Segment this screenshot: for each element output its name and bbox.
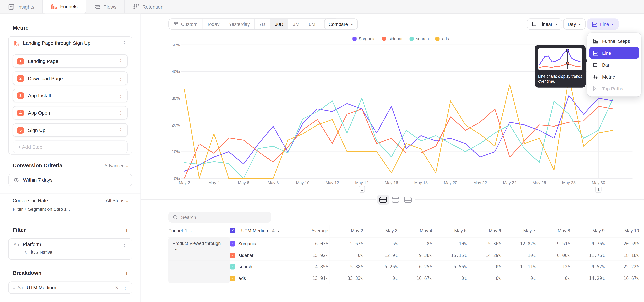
table-search-input[interactable]: Search <box>168 212 271 223</box>
breakdown-kebab-icon[interactable]: ⋮ <box>123 285 128 290</box>
tab-label: Retention <box>142 4 163 10</box>
legend-item[interactable]: $organic <box>352 36 376 41</box>
column-header[interactable]: May 7 <box>502 228 536 233</box>
add-filter-icon[interactable]: + <box>125 226 128 234</box>
series-checkbox[interactable]: ✓ <box>230 264 235 269</box>
scale-button[interactable]: Linear⌄ <box>527 18 562 30</box>
date-range-segmented-control: Custom Today Yesterday 7D 30D 3M 6M 12M <box>168 18 339 30</box>
column-header[interactable]: May 8 <box>536 228 571 233</box>
all-steps-dropdown[interactable]: All Steps ⌄ <box>106 198 128 203</box>
table-cell: 0% <box>433 276 468 280</box>
search-icon <box>172 214 178 220</box>
menu-item-label: Funnel Steps <box>602 38 630 43</box>
series-checkbox[interactable]: ✓ <box>230 276 235 281</box>
filter-kebab-icon[interactable]: ⋮ <box>122 242 127 247</box>
conversion-window-value: Within 7 days <box>23 177 52 183</box>
table-cell: 9.52% <box>571 264 606 269</box>
column-header[interactable]: May 4 <box>398 228 433 233</box>
series-checkbox[interactable]: ✓ <box>230 252 235 258</box>
drag-handle-icon[interactable]: ≡ <box>13 286 15 290</box>
range-3m[interactable]: 3M <box>288 19 304 29</box>
x-tick-label: May 4 <box>208 180 220 185</box>
menu-item-metric[interactable]: Metric <box>589 71 639 82</box>
series-checkbox[interactable]: ✓ <box>230 241 235 246</box>
step-kebab-icon[interactable]: ⋮ <box>118 128 123 132</box>
add-step-button[interactable]: + Add Step <box>13 140 128 153</box>
range-30d[interactable]: 30D <box>270 19 288 29</box>
funnel-column-header[interactable]: Funnel <box>168 228 183 233</box>
interval-button[interactable]: Day⌄ <box>563 18 586 30</box>
annotation-badge[interactable]: 1 <box>595 186 602 193</box>
funnel-kebab-icon[interactable]: ⋮ <box>122 40 127 46</box>
range-6m[interactable]: 6M <box>304 19 320 29</box>
legend-swatch <box>352 36 356 40</box>
column-header[interactable]: May 9 <box>571 228 606 233</box>
step-kebab-icon[interactable]: ⋮ <box>118 58 123 64</box>
table-cell: 18.18% <box>606 253 640 258</box>
layout-top-icon[interactable] <box>390 195 402 205</box>
column-header[interactable]: Average <box>294 225 330 236</box>
menu-item-bar[interactable]: Bar <box>589 59 639 71</box>
filter-value[interactable]: iOS Native <box>31 250 52 255</box>
column-header[interactable]: May 10 <box>606 228 640 233</box>
x-tick-label: May 12 <box>326 180 339 185</box>
breakdown-column-header[interactable]: UTM Medium <box>241 228 270 233</box>
range-today[interactable]: Today <box>202 19 224 29</box>
step-label: App Install <box>28 92 118 98</box>
add-breakdown-icon[interactable]: + <box>125 270 128 277</box>
compare-button[interactable]: Compare⌄ <box>324 18 358 30</box>
chart-type-menu: Funnel StepsLineBarMetricTop Paths <box>587 33 641 97</box>
x-tick-label: May 10 <box>296 180 310 185</box>
table-cell: 8% <box>398 241 433 246</box>
funnel-step-item[interactable]: 2Download Page⋮ <box>13 72 128 85</box>
remove-breakdown-icon[interactable]: ✕ <box>115 285 119 290</box>
chart-type-button[interactable]: Line⌄ <box>587 18 619 30</box>
column-header[interactable]: May 5 <box>433 228 468 233</box>
chevron-down-icon: ⌄ <box>277 229 280 232</box>
range-yesterday[interactable]: Yesterday <box>224 19 255 29</box>
filter-card[interactable]: Aa Platform ⋮ Is iOS Native <box>8 238 132 260</box>
breakdown-checkbox[interactable]: ✓ <box>230 228 235 233</box>
column-header[interactable]: May 2 <box>330 228 364 233</box>
layout-split-icon[interactable] <box>377 195 389 205</box>
step-kebab-icon[interactable]: ⋮ <box>118 76 123 81</box>
property-type-icon: Aa <box>18 285 23 290</box>
funnel-step-item[interactable]: 1Landing Page⋮ <box>13 54 128 68</box>
tab-insights[interactable]: Insights <box>0 0 43 14</box>
conversion-window-card[interactable]: Within 7 days <box>8 174 132 186</box>
conversion-rate-label: Conversion Rate <box>13 198 48 203</box>
range-custom[interactable]: Custom <box>169 19 202 29</box>
metric-heading: Metric <box>13 25 28 31</box>
funnel-step-item[interactable]: 4App Open⋮ <box>13 106 128 120</box>
tab-retention[interactable]: Retention <box>125 0 172 14</box>
menu-item-funnel-steps[interactable]: Funnel Steps <box>589 35 639 47</box>
step-kebab-icon[interactable]: ⋮ <box>118 110 123 115</box>
funnel-step-item[interactable]: 5Sign Up⋮ <box>13 123 128 137</box>
layout-bottom-icon[interactable] <box>402 195 414 205</box>
table-header-row: Funnel 1 ⌄ ✓ UTM Medium 4 ⌄ Average May … <box>168 225 640 236</box>
breakdown-card[interactable]: ≡ Aa UTM Medium ✕ ⋮ <box>8 282 132 294</box>
legend-item[interactable]: sidebar <box>382 36 403 41</box>
column-header[interactable]: May 6 <box>468 228 502 233</box>
annotation-badge[interactable]: 1 <box>359 186 365 193</box>
funnels-icon <box>51 4 57 10</box>
table-cell: 0% <box>536 276 571 280</box>
funnel-step-item[interactable]: 3App Install⋮ <box>13 89 128 102</box>
menu-item-line[interactable]: Line <box>589 47 639 59</box>
legend-item[interactable]: search <box>410 36 429 41</box>
menu-item-label: Line <box>602 50 611 55</box>
advanced-dropdown[interactable]: Advanced ⌄ <box>104 163 129 168</box>
x-tick-label: May 22 <box>474 180 487 185</box>
tab-flows[interactable]: Flows <box>86 0 125 14</box>
filter-segment-dropdown[interactable]: Filter + Segment on Step 1 ⌄ <box>13 207 70 212</box>
column-header[interactable]: May 3 <box>364 228 398 233</box>
filter-operator[interactable]: Is <box>24 250 27 255</box>
legend-item[interactable]: ads <box>436 36 449 41</box>
legend-label: ads <box>442 36 449 41</box>
table-cell: 0% <box>364 276 398 280</box>
table-cell: 20.59% <box>606 241 640 246</box>
tab-funnels[interactable]: Funnels <box>43 0 86 14</box>
range-7d[interactable]: 7D <box>254 19 270 29</box>
x-tick-label: May 28 <box>562 180 576 185</box>
step-kebab-icon[interactable]: ⋮ <box>118 93 123 98</box>
